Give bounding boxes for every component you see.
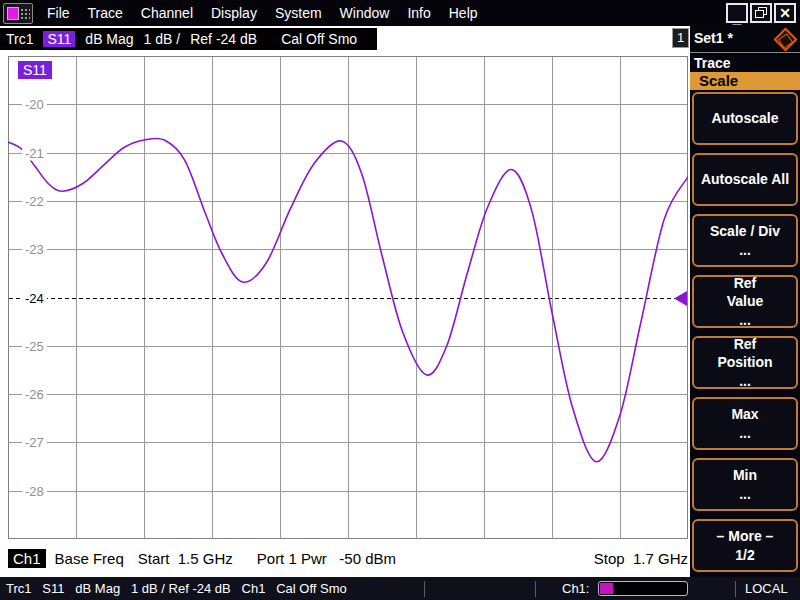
channel-sweep-type: Base Freq xyxy=(55,550,124,567)
y-axis-label: -28 xyxy=(22,483,47,498)
channel-badge: Ch1 xyxy=(8,549,46,568)
vna-application-window: File Trace Channel Display System Window… xyxy=(0,0,800,600)
y-axis-label: -24 xyxy=(22,290,47,305)
min-button[interactable]: Min ... xyxy=(692,458,798,511)
y-axis-label: -27 xyxy=(22,435,47,450)
trace-format[interactable]: dB Mag xyxy=(85,31,133,47)
menu-item-window[interactable]: Window xyxy=(334,5,396,21)
trace-name[interactable]: Trc1 xyxy=(6,31,33,47)
autoscale-all-button[interactable]: Autoscale All xyxy=(692,153,798,206)
rohde-schwarz-logo-icon xyxy=(773,27,797,51)
menu-item-file[interactable]: File xyxy=(41,5,76,21)
s11-trace-plot xyxy=(8,56,688,539)
menu-item-help[interactable]: Help xyxy=(443,5,484,21)
y-axis-label: -22 xyxy=(22,193,47,208)
sidebar-header: Set1 * xyxy=(690,26,800,50)
y-axis-label: -21 xyxy=(22,145,47,160)
diagram-number-badge: 1 xyxy=(672,28,689,48)
y-axis-label: -26 xyxy=(22,387,47,402)
trace-scale[interactable]: 1 dB / xyxy=(144,31,181,47)
ref-value-button[interactable]: Ref Value ... xyxy=(692,275,798,328)
minimize-button[interactable]: _ xyxy=(726,3,748,23)
status-trace-summary: Trc1 S11 dB Mag 1 dB / Ref -24 dB Ch1 Ca… xyxy=(0,581,424,596)
app-icon-screen xyxy=(7,7,19,20)
softkey-sidebar: Set1 * Trace Scale Autoscale Autoscale A… xyxy=(690,26,800,577)
autoscale-button[interactable]: Autoscale xyxy=(692,92,798,145)
close-icon: ✕ xyxy=(779,5,791,21)
sweep-progress-fill xyxy=(600,583,613,594)
ref-level-marker[interactable] xyxy=(674,291,687,306)
close-button[interactable]: ✕ xyxy=(774,3,796,23)
status-divider xyxy=(424,581,425,597)
softkey-menu-group: Trace xyxy=(690,53,800,72)
more-button[interactable]: – More – 1/2 xyxy=(692,519,798,572)
menu-item-channel[interactable]: Channel xyxy=(135,5,199,21)
softkey-section-header: Scale xyxy=(690,72,800,90)
sweep-progress-bar xyxy=(598,581,688,596)
chart-grid: S11 -20-21-22-23-24-25-26-27-28 xyxy=(8,56,688,539)
trace-cal-state[interactable]: Cal Off Smo xyxy=(281,31,357,47)
restore-icon xyxy=(755,7,768,19)
max-button[interactable]: Max ... xyxy=(692,397,798,450)
softkey-buttons: Autoscale Autoscale All Scale / Div ... … xyxy=(690,90,800,572)
status-bar: Trc1 S11 dB Mag 1 dB / Ref -24 dB Ch1 Ca… xyxy=(0,577,800,600)
sweep-stop-frequency: Stop 1.7 GHz xyxy=(594,550,688,567)
menu-item-trace[interactable]: Trace xyxy=(82,5,129,21)
scale-div-button[interactable]: Scale / Div ... xyxy=(692,214,798,267)
trace-parameter-badge[interactable]: S11 xyxy=(43,31,75,47)
app-icon-keypad xyxy=(20,8,30,20)
menu-item-info[interactable]: Info xyxy=(401,5,436,21)
remote-mode-indicator: LOCAL xyxy=(736,581,800,596)
menu-item-display[interactable]: Display xyxy=(205,5,263,21)
status-sweep-segment: Ch1: xyxy=(536,581,735,596)
diagram-area: Trc1 S11 dB Mag 1 dB / Ref -24 dB Cal Of… xyxy=(0,26,690,577)
trace-label-chip[interactable]: S11 xyxy=(18,61,52,79)
y-axis-label: -20 xyxy=(22,97,47,112)
y-axis-label: -23 xyxy=(22,242,47,257)
y-axis-label: -25 xyxy=(22,338,47,353)
window-controls: _ ✕ xyxy=(726,3,800,23)
status-channel-label: Ch1: xyxy=(562,581,589,596)
instrument-app-icon[interactable] xyxy=(3,3,33,24)
trace-ref[interactable]: Ref -24 dB xyxy=(190,31,257,47)
restore-button[interactable] xyxy=(750,3,772,23)
sweep-start-frequency: Start 1.5 GHz xyxy=(138,550,233,567)
menu-item-system[interactable]: System xyxy=(269,5,328,21)
ref-position-button[interactable]: Ref Position ... xyxy=(692,336,798,389)
trace-info-bar[interactable]: Trc1 S11 dB Mag 1 dB / Ref -24 dB Cal Of… xyxy=(0,28,377,50)
setup-name: Set1 * xyxy=(694,30,733,46)
channel-info-bar[interactable]: Ch1 Base Freq Start 1.5 GHz Port 1 Pwr -… xyxy=(8,546,688,570)
port-power: Port 1 Pwr -50 dBm xyxy=(257,550,396,567)
menu-bar: File Trace Channel Display System Window… xyxy=(0,0,800,26)
